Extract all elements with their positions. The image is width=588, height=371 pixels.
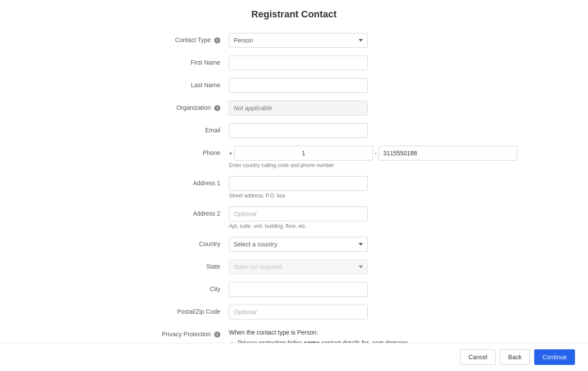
- contact-type-select[interactable]: Person Company: [229, 33, 368, 48]
- continue-button[interactable]: Continue: [534, 349, 575, 365]
- address2-label: Address 2: [160, 207, 229, 217]
- address2-input[interactable]: [229, 207, 368, 221]
- privacy-label: Privacy Protection i: [160, 327, 229, 338]
- country-row: Country Select a country: [160, 237, 428, 252]
- address1-row: Address 1 Street address, P.O. box: [160, 176, 428, 199]
- phone-plus-sign: +: [229, 150, 234, 157]
- privacy-info-icon[interactable]: i: [214, 332, 220, 338]
- contact-type-row: Contact Type i Person Company: [160, 33, 428, 48]
- back-button[interactable]: Back: [500, 349, 530, 365]
- phone-label: Phone: [160, 146, 229, 156]
- email-label: Email: [160, 123, 229, 134]
- phone-inputs: + -: [229, 146, 517, 161]
- postal-row: Postal/Zip Code: [160, 305, 428, 319]
- contact-type-control-wrap: Person Company: [229, 33, 428, 48]
- privacy-intro: When the contact type is Person:: [229, 329, 428, 336]
- first-name-label: First Name: [160, 56, 229, 66]
- organization-label: Organization i: [160, 101, 229, 111]
- address2-row: Address 2 Apt, suite, unit, building, fl…: [160, 207, 428, 229]
- state-row: State State not required: [160, 259, 428, 274]
- phone-code-input[interactable]: [234, 146, 373, 161]
- state-control-wrap: State not required: [229, 259, 428, 274]
- address1-hint: Street address, P.O. box: [229, 193, 428, 199]
- city-input[interactable]: [229, 282, 368, 297]
- city-row: City: [160, 282, 428, 297]
- address2-control-wrap: Apt, suite, unit, building, floor, etc.: [229, 207, 428, 229]
- postal-label: Postal/Zip Code: [160, 305, 229, 315]
- page-wrapper: Registrant Contact Contact Type i Person…: [0, 0, 588, 371]
- phone-number-input[interactable]: [379, 146, 517, 161]
- organization-control-wrap: [229, 101, 428, 115]
- city-control-wrap: [229, 282, 428, 297]
- first-name-control-wrap: [229, 56, 428, 70]
- first-name-input[interactable]: [229, 56, 368, 70]
- phone-row: Phone + - Enter country calling code and…: [160, 146, 428, 168]
- phone-control-wrap: + - Enter country calling code and phone…: [229, 146, 517, 168]
- last-name-input[interactable]: [229, 78, 368, 93]
- footer-buttons: Cancel Back Continue: [0, 343, 588, 371]
- cancel-button[interactable]: Cancel: [460, 349, 496, 365]
- country-select[interactable]: Select a country: [229, 237, 368, 252]
- country-label: Country: [160, 237, 229, 247]
- last-name-label: Last Name: [160, 78, 229, 89]
- content-area: Registrant Contact Contact Type i Person…: [142, 0, 446, 371]
- country-control-wrap: Select a country: [229, 237, 428, 252]
- address2-hint: Apt, suite, unit, building, floor, etc.: [229, 223, 428, 229]
- phone-hint: Enter country calling code and phone num…: [229, 162, 517, 168]
- city-label: City: [160, 282, 229, 292]
- address1-control-wrap: Street address, P.O. box: [229, 176, 428, 199]
- postal-control-wrap: [229, 305, 428, 319]
- state-label: State: [160, 259, 229, 270]
- last-name-control-wrap: [229, 78, 428, 93]
- organization-info-icon[interactable]: i: [214, 105, 220, 111]
- email-input[interactable]: [229, 123, 368, 138]
- address1-input[interactable]: [229, 176, 368, 191]
- state-select[interactable]: State not required: [229, 259, 368, 274]
- contact-type-label: Contact Type i: [160, 33, 229, 43]
- email-control-wrap: [229, 123, 428, 138]
- last-name-row: Last Name: [160, 78, 428, 93]
- contact-type-info-icon[interactable]: i: [214, 37, 220, 43]
- first-name-row: First Name: [160, 56, 428, 70]
- organization-row: Organization i: [160, 101, 428, 115]
- address1-label: Address 1: [160, 176, 229, 187]
- page-title: Registrant Contact: [160, 9, 428, 20]
- phone-dash-sign: -: [373, 150, 379, 157]
- organization-input: [229, 101, 368, 115]
- postal-input[interactable]: [229, 305, 368, 319]
- email-row: Email: [160, 123, 428, 138]
